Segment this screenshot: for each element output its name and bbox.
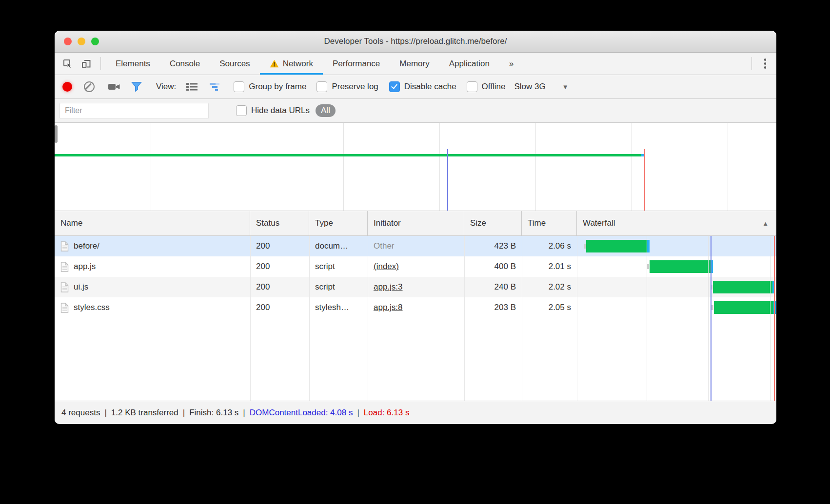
filter-type-all[interactable]: All: [316, 104, 336, 117]
request-size: 400 B: [464, 256, 522, 277]
request-type: script: [309, 256, 368, 277]
table-row[interactable]: before/ 200 docum… Other 423 B 2.06 s: [55, 236, 776, 256]
view-label: View:: [156, 82, 176, 92]
request-initiator[interactable]: app.js:8: [374, 303, 403, 312]
inspect-cursor-icon: [62, 58, 74, 70]
waterfall-bar[interactable]: [586, 240, 650, 252]
request-size: 203 B: [464, 297, 522, 318]
show-overview-button[interactable]: [206, 82, 225, 91]
summary-segment: 4 requests: [61, 408, 100, 418]
timeline-gridline: [728, 123, 728, 211]
title-bar: Developer Tools - https://preload.glitch…: [55, 31, 776, 53]
column-header-type[interactable]: Type: [309, 211, 368, 235]
list-view-icon: [186, 82, 198, 91]
table-row[interactable]: styles.css 200 stylesh… app.js:8 203 B 2…: [55, 297, 776, 318]
separator: |: [238, 408, 249, 418]
toggle-device-toolbar-button[interactable]: [77, 53, 96, 75]
timeline-gridline: [632, 123, 632, 211]
column-header-initiator[interactable]: Initiator: [368, 211, 464, 235]
tab-network[interactable]: Network: [260, 53, 323, 75]
request-size: 240 B: [464, 277, 522, 297]
request-initiator[interactable]: Other: [374, 241, 395, 251]
column-header-size[interactable]: Size: [464, 211, 522, 235]
tab-sources[interactable]: Sources: [210, 53, 259, 75]
minimize-window-button[interactable]: [78, 38, 85, 45]
column-header-name[interactable]: Name: [55, 211, 250, 235]
tab-[interactable]: »: [499, 53, 523, 75]
waterfall-gridline: [708, 236, 709, 401]
requests-table-header: Name Status Type Initiator Size Time Wat…: [55, 211, 776, 236]
request-initiator[interactable]: (index): [374, 262, 399, 271]
request-type: script: [309, 277, 368, 297]
filter-input[interactable]: [59, 103, 209, 119]
request-time: 2.02 s: [522, 277, 577, 297]
summary-segment: 1.2 KB transferred: [111, 408, 178, 418]
table-row[interactable]: ui.js 200 script app.js:3 240 B 2.02 s: [55, 277, 776, 297]
devtools-tab-bar: Elements Console: [55, 53, 776, 75]
waterfall-bar[interactable]: [650, 260, 713, 273]
filter-bar: Hide data URLs All: [55, 99, 776, 123]
camera-icon: [108, 82, 120, 92]
customize-devtools-menu-button[interactable]: [758, 53, 772, 75]
hide-data-urls-label[interactable]: Hide data URLs: [251, 106, 310, 116]
load-event-line: [774, 236, 775, 401]
network-toolbar: View: Group by frame Preserve log Disabl…: [55, 75, 776, 99]
dom-content-loaded-line: [711, 236, 711, 401]
request-time: 2.01 s: [522, 256, 577, 277]
document-icon: [60, 303, 69, 313]
waterfall-gridline: [770, 236, 771, 401]
summary-segment: Load: 6.13 s: [364, 408, 410, 418]
table-row[interactable]: app.js 200 script (index) 400 B 2.01 s: [55, 256, 776, 277]
request-type: docum…: [309, 236, 368, 256]
request-status: 200: [250, 297, 309, 318]
warning-icon: [270, 59, 279, 68]
request-status: 200: [250, 236, 309, 256]
devtools-window: Developer Tools - https://preload.glitch…: [55, 31, 776, 424]
disable-cache-checkbox[interactable]: [389, 81, 400, 92]
tab-performance[interactable]: Performance: [323, 53, 390, 75]
request-status: 200: [250, 277, 309, 297]
timeline-gridline: [343, 123, 344, 211]
zoom-window-button[interactable]: [91, 38, 99, 45]
request-name: styles.css: [74, 303, 110, 312]
tab-console[interactable]: Console: [160, 53, 210, 75]
waterfall-bar[interactable]: [713, 281, 775, 293]
overview-grip[interactable]: [55, 125, 58, 143]
chevron-down-icon[interactable]: ▼: [562, 83, 569, 91]
column-divider: [577, 236, 577, 401]
preserve-log-checkbox[interactable]: [316, 81, 327, 92]
capture-screenshots-button[interactable]: [105, 82, 123, 92]
request-time: 2.05 s: [522, 297, 577, 318]
column-header-status[interactable]: Status: [250, 211, 309, 235]
offline-label[interactable]: Offline: [482, 82, 506, 92]
sort-ascending-icon: ▲: [762, 220, 769, 227]
tab-memory[interactable]: Memory: [390, 53, 439, 75]
use-large-request-rows-button[interactable]: [183, 82, 201, 91]
column-header-time[interactable]: Time: [522, 211, 577, 235]
network-throttling-select[interactable]: Slow 3G: [514, 82, 545, 92]
clear-network-log-button[interactable]: [84, 81, 95, 92]
inspect-element-button[interactable]: [59, 53, 77, 75]
group-by-frame-checkbox[interactable]: [234, 81, 244, 92]
offline-checkbox[interactable]: [467, 81, 477, 92]
tab-application[interactable]: Application: [439, 53, 499, 75]
request-name: before/: [74, 241, 99, 251]
document-icon: [60, 241, 69, 252]
request-name: app.js: [74, 262, 96, 271]
disable-cache-label[interactable]: Disable cache: [404, 82, 456, 92]
request-name: ui.js: [74, 282, 88, 292]
network-overview[interactable]: [55, 123, 776, 211]
device-toolbar-icon: [80, 58, 92, 70]
tab-elements[interactable]: Elements: [106, 53, 160, 75]
close-window-button[interactable]: [64, 38, 72, 45]
record-network-log-button[interactable]: [62, 82, 72, 92]
column-header-waterfall[interactable]: Waterfall ▲: [577, 211, 776, 235]
request-initiator[interactable]: app.js:3: [374, 282, 403, 292]
preserve-log-label[interactable]: Preserve log: [332, 82, 378, 92]
request-time: 2.06 s: [522, 236, 577, 256]
hide-data-urls-checkbox[interactable]: [236, 105, 247, 116]
filter-button[interactable]: [127, 81, 146, 92]
window-title: Developer Tools - https://preload.glitch…: [324, 37, 507, 46]
waterfall-bar[interactable]: [714, 301, 776, 314]
group-by-frame-label[interactable]: Group by frame: [249, 82, 306, 92]
